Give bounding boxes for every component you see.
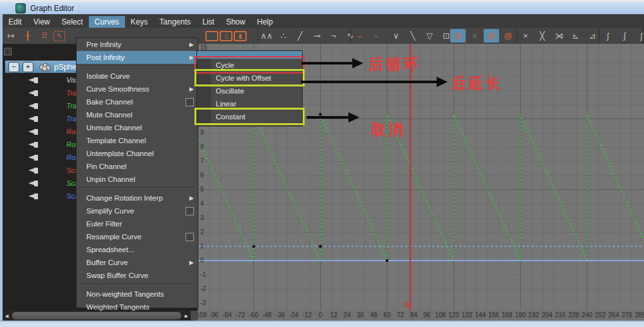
submenu-arrow-icon: ▶ [189,41,194,48]
panel-corner-icon [4,48,12,55]
expand-button[interactable]: + [23,62,33,72]
menu-view[interactable]: View [28,16,56,28]
move-nearest-key-tool-icon[interactable]: ↦ [3,29,19,43]
frame-all-icon[interactable] [205,31,218,41]
x-tick-label: 240 [582,312,592,319]
menu-show[interactable]: Show [220,16,251,28]
menu-separator [79,187,195,192]
menu-item-weighted-tangents[interactable]: Weighted Tangents [77,301,198,313]
spline-tangents-icon[interactable]: ∧∧ [259,29,274,43]
annotation-arrowhead-offset [437,77,448,87]
menu-item-checkbox[interactable] [185,233,194,241]
menu-edit[interactable]: Edit [3,16,28,28]
annotation-text-cycle: 后循环 [368,54,421,74]
add-key-icon[interactable]: ╳ [535,29,550,43]
value-lines-icon[interactable]: ≡ [467,29,482,43]
menu-item-curve-smoothness[interactable]: Curve Smoothness▶ [77,83,198,95]
linear-tangents-icon[interactable]: ╱ [292,29,308,43]
sawtooth-anim-curve[interactable] [198,114,644,261]
snap-left-icon[interactable]: ⊾ [568,29,583,43]
x-tick-label: 288 [635,312,644,319]
menu-item-post-infinity[interactable]: Post Infinity▶ [77,51,198,64]
graph-editor-window: Graph Editor EditViewSelectCurvesKeysTan… [0,0,644,327]
x-tick-label: 204 [542,312,553,319]
break-tangents-icon[interactable]: ⌣ [352,29,367,43]
menu-item-label: Mute Channel [86,111,133,119]
scroll-right-icon[interactable]: ► [182,313,191,319]
x-tick-label: 252 [595,312,606,319]
keyframe-dot[interactable] [252,245,255,248]
x-tick-label: 264 [609,312,620,319]
menu-item-unmute-channel[interactable]: Unmute Channel [77,121,198,134]
auto-tangent-icon[interactable]: ▽ [422,29,437,43]
menu-item-swap-buffer-curve[interactable]: Swap Buffer Curve [77,269,198,282]
scroll-left-icon[interactable]: ◄ [3,313,11,319]
remove-key-icon[interactable]: ⋊ [551,29,567,43]
keyframe-dot[interactable] [319,245,322,248]
submenu-arrow-icon: ▶ [189,86,194,92]
menu-list[interactable]: List [196,16,220,28]
menu-item-pin-channel[interactable]: Pin Channel [77,160,198,173]
menu-item-untemplate-channel[interactable]: Untemplate Channel [77,147,198,160]
free-tangent-weight-icon[interactable]: ∨ [388,29,404,43]
toolbar-group-6: ⊞≡@@ [450,28,516,44]
insert-key-icon[interactable]: × [518,29,533,43]
menu-item-mute-channel[interactable]: Mute Channel [77,108,198,121]
menu-item-label: Spreadsheet... [86,246,135,253]
submenu-item-oscillate[interactable]: Oscillate [197,84,302,97]
submenu-arrow-icon: ▶ [189,259,194,266]
maya-app-icon [15,3,26,14]
menu-item-checkbox[interactable] [185,207,194,215]
submenu-arrow-icon: ▶ [189,54,194,61]
time-snap-icon[interactable]: ⊞ [450,29,466,43]
title-bar[interactable]: Graph Editor [0,2,644,14]
y-tick-label: 4 [200,200,204,207]
menu-item-change-rotation-interp[interactable]: Change Rotation Interp▶ [77,192,198,204]
menu-item-isolate-curve[interactable]: Isolate Curve [77,70,198,83]
x-tick-label: -24 [289,312,298,319]
post-infinity-cycle-icon[interactable]: ʃ [634,29,644,43]
keyframe-dot[interactable] [319,113,322,115]
menu-keys[interactable]: Keys [125,16,154,28]
frame-playback-range-icon[interactable]: ▯ [220,31,232,41]
menu-item-checkbox[interactable] [185,98,194,106]
value-snap-icon[interactable]: @ [484,29,499,43]
menu-item-pre-infinity[interactable]: Pre Infinity▶ [77,38,198,51]
collapse-button[interactable]: − [8,62,19,72]
pin-channel-icon [28,103,38,109]
x-tick-label: 72 [397,312,404,319]
pin-channel-icon [28,193,38,199]
snap-magnet-icon[interactable]: @ [500,29,516,43]
pre-infinity-cycle-icon[interactable]: ʃ [600,29,616,43]
snap-right-icon[interactable]: ⊿ [585,29,600,43]
center-current-time-icon[interactable]: ▮ [234,31,247,41]
unify-tangents-icon[interactable]: ⌢ [368,29,384,43]
lattice-deform-keys-icon[interactable]: ⠿ [37,29,52,43]
keyframe-dot[interactable] [386,259,388,262]
annotation-arrow-cycle [301,62,353,64]
menu-item-spreadsheet-[interactable]: Spreadsheet... [77,243,198,256]
lock-tangent-weight-icon[interactable]: ╲ [405,29,421,43]
menu-item-bake-channel[interactable]: Bake Channel [77,95,198,108]
clamped-tangents-icon[interactable]: ∴ [276,29,291,43]
infinity-curve-icon[interactable]: ∫ [617,29,632,43]
pin-channel-icon [28,168,38,173]
menu-curves[interactable]: Curves [89,16,125,28]
menu-item-buffer-curve[interactable]: Buffer Curve▶ [77,256,198,269]
menu-item-euler-filter[interactable]: Euler Filter [77,217,198,230]
menu-help[interactable]: Help [251,16,279,28]
menu-select[interactable]: Select [55,16,88,28]
menu-item-template-channel[interactable]: Template Channel [77,134,198,147]
step-tangents-icon[interactable]: ¬ [326,29,341,43]
menu-item-unpin-channel[interactable]: Unpin Channel [77,173,198,186]
x-axis-labels: -108-96-84-72-60-48-36-24-12012243648607… [198,310,644,321]
menu-item-resample-curve[interactable]: Resample Curve [77,230,198,243]
flat-tangents-icon[interactable]: ⊸ [309,29,325,43]
menu-item-label: Post Infinity [86,54,124,61]
menu-item-simplify-curve[interactable]: Simplify Curve [77,204,198,217]
menu-tangents[interactable]: Tangents [154,16,197,28]
insert-keys-tool-icon[interactable]: ╂ [20,29,35,43]
x-tick-label: 228 [568,312,579,319]
menu-item-non-weighted-tangents[interactable]: Non-weighted Tangents [77,288,198,301]
region-select-tool-icon[interactable]: ↖ [53,31,65,41]
